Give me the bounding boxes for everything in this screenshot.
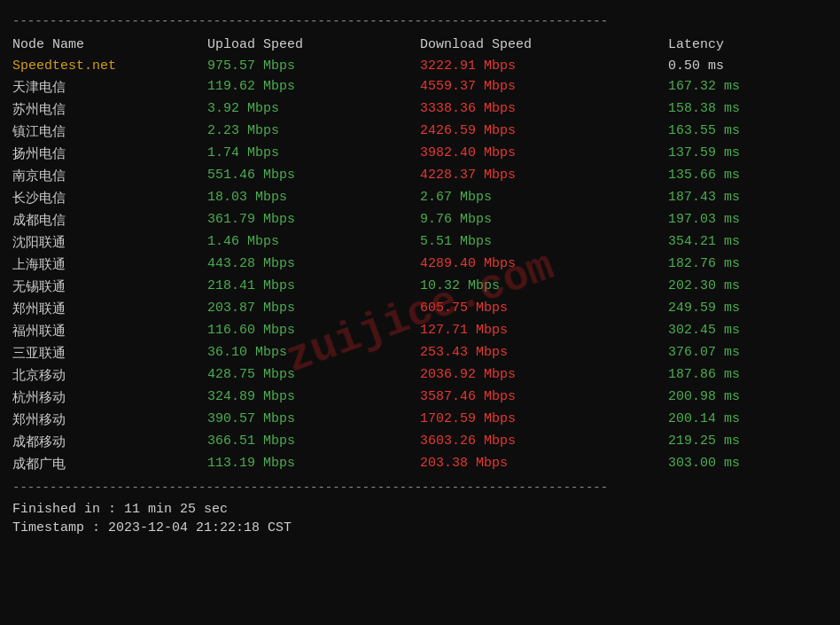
row-node: 成都移动 — [12, 434, 207, 450]
row-node: 三亚联通 — [12, 345, 207, 362]
table-row: 福州联通116.60 Mbps127.71 Mbps302.45 ms — [12, 320, 828, 342]
row-download: 3338.36 Mbps — [420, 101, 668, 118]
row-node: 苏州电信 — [12, 101, 207, 118]
row-upload: 18.03 Mbps — [207, 190, 420, 207]
row-download: 4228.37 Mbps — [420, 168, 668, 184]
row-download: 2036.92 Mbps — [420, 367, 668, 384]
row-download: 1702.59 Mbps — [420, 411, 668, 428]
table-row: 天津电信119.62 Mbps4559.37 Mbps167.32 ms — [12, 76, 828, 98]
table-row: 杭州移动324.89 Mbps3587.46 Mbps200.98 ms — [12, 387, 828, 409]
row-node: 无锡联通 — [12, 278, 207, 295]
timestamp-value: : 2023-12-04 21:22:18 CST — [92, 520, 292, 535]
timestamp-label: Timestamp — [12, 520, 84, 535]
row-download: 2.67 Mbps — [420, 190, 668, 207]
row-node: 扬州电信 — [12, 145, 207, 162]
row-download: 3222.91 Mbps — [420, 59, 668, 74]
row-download: 203.38 Mbps — [420, 456, 668, 473]
finished-label: Finished in — [12, 502, 100, 517]
row-download: 3603.26 Mbps — [420, 434, 668, 450]
table-row: 上海联通443.28 Mbps4289.40 Mbps182.76 ms — [12, 254, 828, 276]
row-download: 127.71 Mbps — [420, 323, 668, 340]
row-latency: 135.66 ms — [668, 168, 828, 184]
table-row: 郑州联通203.87 Mbps605.75 Mbps249.59 ms — [12, 298, 828, 320]
row-latency: 219.25 ms — [668, 434, 828, 450]
row-upload: 116.60 Mbps — [207, 323, 420, 340]
row-upload: 324.89 Mbps — [207, 389, 420, 406]
table-body: Speedtest.net975.57 Mbps3222.91 Mbps0.50… — [12, 56, 828, 475]
row-download: 4559.37 Mbps — [420, 79, 668, 96]
row-upload: 443.28 Mbps — [207, 256, 420, 273]
row-latency: 202.30 ms — [668, 278, 828, 295]
row-node: 南京电信 — [12, 168, 207, 184]
table-row: 沈阳联通1.46 Mbps5.51 Mbps354.21 ms — [12, 231, 828, 254]
table-row: 北京移动428.75 Mbps2036.92 Mbps187.86 ms — [12, 364, 828, 387]
table-row: 郑州移动390.57 Mbps1702.59 Mbps200.14 ms — [12, 409, 828, 431]
row-node: 天津电信 — [12, 79, 207, 96]
row-latency: 200.14 ms — [668, 411, 828, 428]
row-latency: 303.00 ms — [668, 456, 828, 473]
row-latency: 376.07 ms — [668, 345, 828, 362]
row-upload: 1.46 Mbps — [207, 234, 420, 251]
row-node: 上海联通 — [12, 256, 207, 273]
finished-value: : 11 min 25 sec — [108, 502, 228, 517]
row-latency: 200.98 ms — [668, 389, 828, 406]
row-upload: 366.51 Mbps — [207, 434, 420, 450]
table-row: 成都电信361.79 Mbps9.76 Mbps197.03 ms — [12, 209, 828, 231]
row-node: 郑州联通 — [12, 301, 207, 317]
row-download: 3587.46 Mbps — [420, 389, 668, 406]
row-upload: 551.46 Mbps — [207, 168, 420, 184]
table-row: 成都广电113.19 Mbps203.38 Mbps303.00 ms — [12, 453, 828, 475]
row-latency: 354.21 ms — [668, 234, 828, 251]
row-node: 郑州移动 — [12, 411, 207, 428]
row-latency: 182.76 ms — [668, 256, 828, 273]
row-latency: 167.32 ms — [668, 79, 828, 96]
row-upload: 218.41 Mbps — [207, 278, 420, 295]
footer-finished-row: Finished in : 11 min 25 sec — [12, 500, 828, 519]
row-node: 长沙电信 — [12, 190, 207, 207]
row-latency: 163.55 ms — [668, 123, 828, 140]
row-latency: 197.03 ms — [668, 212, 828, 229]
row-upload: 203.87 Mbps — [207, 301, 420, 317]
row-upload: 119.62 Mbps — [207, 79, 420, 96]
row-upload: 428.75 Mbps — [207, 367, 420, 384]
row-upload: 361.79 Mbps — [207, 212, 420, 229]
header-row: Node Name Upload Speed Download Speed La… — [12, 34, 828, 56]
table-container: Node Name Upload Speed Download Speed La… — [12, 34, 828, 475]
footer-timestamp-row: Timestamp : 2023-12-04 21:22:18 CST — [12, 519, 828, 537]
row-latency: 0.50 ms — [668, 59, 828, 74]
row-latency: 187.86 ms — [668, 367, 828, 384]
table-row: 扬州电信1.74 Mbps3982.40 Mbps137.59 ms — [12, 143, 828, 165]
row-upload: 2.23 Mbps — [207, 123, 420, 140]
table-row: 长沙电信18.03 Mbps2.67 Mbps187.43 ms — [12, 187, 828, 209]
row-node: 成都广电 — [12, 456, 207, 473]
table-row: Speedtest.net975.57 Mbps3222.91 Mbps0.50… — [12, 56, 828, 76]
row-node: 杭州移动 — [12, 389, 207, 406]
row-node: 沈阳联通 — [12, 234, 207, 251]
row-node: 北京移动 — [12, 367, 207, 384]
row-latency: 158.38 ms — [668, 101, 828, 118]
row-download: 2426.59 Mbps — [420, 123, 668, 140]
divider-top: ----------------------------------------… — [12, 14, 828, 28]
row-download: 253.43 Mbps — [420, 345, 668, 362]
table-row: 成都移动366.51 Mbps3603.26 Mbps219.25 ms — [12, 431, 828, 453]
row-download: 9.76 Mbps — [420, 212, 668, 229]
row-download: 4289.40 Mbps — [420, 256, 668, 273]
row-download: 10.32 Mbps — [420, 278, 668, 295]
row-download: 5.51 Mbps — [420, 234, 668, 251]
row-upload: 36.10 Mbps — [207, 345, 420, 362]
row-node: 福州联通 — [12, 323, 207, 340]
header-latency: Latency — [668, 37, 828, 52]
table-row: 三亚联通36.10 Mbps253.43 Mbps376.07 ms — [12, 342, 828, 364]
row-latency: 187.43 ms — [668, 190, 828, 207]
divider-bottom: ----------------------------------------… — [12, 480, 828, 495]
row-node: 镇江电信 — [12, 123, 207, 140]
header-download: Download Speed — [420, 37, 668, 52]
footer: Finished in : 11 min 25 sec Timestamp : … — [12, 500, 828, 537]
row-download: 3982.40 Mbps — [420, 145, 668, 162]
table-row: 镇江电信2.23 Mbps2426.59 Mbps163.55 ms — [12, 121, 828, 143]
header-node: Node Name — [12, 37, 207, 52]
row-upload: 3.92 Mbps — [207, 101, 420, 118]
row-download: 605.75 Mbps — [420, 301, 668, 317]
table-row: 南京电信551.46 Mbps4228.37 Mbps135.66 ms — [12, 165, 828, 187]
row-upload: 113.19 Mbps — [207, 456, 420, 473]
